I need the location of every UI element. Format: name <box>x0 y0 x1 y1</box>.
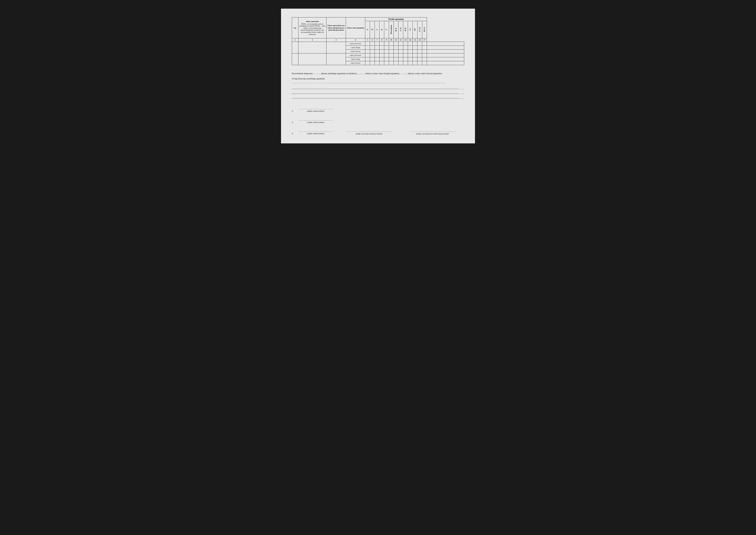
num-12: 12 <box>398 39 403 42</box>
zakres-uprawnien-cell-2 <box>327 53 346 65</box>
uwagi-label: Uwagi dotyczące przebiegu egzaminu <box>292 77 325 80</box>
dotted-line-1: …………………………………………………………………………………………………………… <box>292 86 464 89</box>
sig-number-3: 3. <box>292 132 296 134</box>
wynik-label: Wynik egzaminu <box>388 18 404 20</box>
czesc-trzecia-2: część trzecia <box>346 61 365 65</box>
bottom-signatures: …………………………………………………. (podpis i pieczątka… <box>337 130 464 135</box>
zakres-uprawnien-cell-1 <box>327 42 346 53</box>
col-C: C <box>375 21 380 39</box>
num-9: 9 <box>384 39 389 42</box>
sig-label-1: (podpis członka komisji) <box>307 110 324 112</box>
sekretarz-sig-dots: …………………………………………………. <box>346 130 392 132</box>
signature-2-row: 2. …………………………………….. (podpis członka komi… <box>292 119 464 123</box>
zakres-uprawnien-text: Zakres uprawnień oraz zakres kategorii p… <box>328 25 345 31</box>
czesc-pierwsza-1: część pierwsza <box>346 42 365 45</box>
pesel-header: Imię i nazwisko PESEL, a w przypadku osó… <box>298 17 327 39</box>
lp-cell-1 <box>292 42 298 53</box>
sekretarz-sig-label: (podpis i pieczątka sekretarza komisji) <box>356 133 382 135</box>
uwagi-line: Uwagi dotyczące przebiegu egzaminu ……………… <box>292 77 464 85</box>
num-1: 1 <box>292 39 298 42</box>
zakres-czesci-header: Zakres części egzaminu <box>346 17 365 39</box>
footer-section: Do protokołu dołączono ………. arkuszy prze… <box>292 71 464 99</box>
col-CE: C+E <box>398 21 403 39</box>
num-8: 8 <box>380 39 384 42</box>
signature-3-group: 3. …………………………………….. (podpis członka komi… <box>292 130 464 135</box>
czesc-pierwsza-2: część pierwsza <box>346 53 365 57</box>
signature-1-row: 1. …………………………………….. (podpis członka komi… <box>292 107 464 112</box>
signatures-section: 1. …………………………………….. (podpis członka komi… <box>292 107 464 135</box>
imie-label: Imię i nazwisko <box>299 20 326 23</box>
num-13: 13 <box>403 39 408 42</box>
col-T: T <box>384 21 389 39</box>
dotted-line-2: …………………………………………………………………………………………………………… <box>292 91 464 94</box>
sig-block-2: …………………………………….. (podpis członka komisji… <box>298 119 333 123</box>
wynik-header: Wynik egzaminu <box>365 17 427 21</box>
col-C1E: C1+E <box>418 21 422 39</box>
num-5: 5 <box>365 39 370 42</box>
sig-block-3: …………………………………….. (podpis członka komisji… <box>298 130 333 134</box>
num-4: 4 <box>346 39 365 42</box>
sig-number-2: 2. <box>292 121 296 123</box>
signature-3-row: 3. …………………………………….. (podpis członka komi… <box>292 130 333 134</box>
czesc-druga-1: część druga <box>346 45 365 49</box>
protokol-text: Do protokołu dołączono ………. arkuszy prze… <box>292 71 464 75</box>
przewodniczacy-sig-label: (podpis i pieczątka przewodniczącego kom… <box>416 133 449 135</box>
sig-dots-2: …………………………………….. <box>298 119 333 121</box>
num-10: 10 <box>389 39 394 42</box>
sig-label-3: (podpis członka komisji) <box>307 133 324 134</box>
num-15: 15 <box>413 39 418 42</box>
main-table: Imię i nazwisko Lp. Imię i nazwisko PESE… <box>292 17 464 65</box>
imie-cell-2 <box>298 53 327 65</box>
table-row: część pierwsza <box>292 42 464 45</box>
dotted-line-3: …………………………………………………………………………………………………………… <box>292 96 464 99</box>
col-D1E: D1+E <box>422 21 427 39</box>
przewodniczacy-sig-dots: …………………………………………………. <box>410 130 456 132</box>
imie-cell-1 <box>298 42 327 53</box>
col-BE: B+E <box>394 21 398 39</box>
lp-header: Imię i nazwisko Lp. <box>292 17 298 39</box>
pesel-label: PESEL, a w przypadku osób nie posiadając… <box>299 23 326 36</box>
przewodniczacy-sig-block: …………………………………………………. (podpis i pieczątka… <box>410 130 456 135</box>
num-17: 17 <box>422 39 427 42</box>
zakres-uprawnien-header: Zakres uprawnień oraz zakres kategorii p… <box>327 17 346 39</box>
col-D: D <box>380 21 384 39</box>
num-3: 3 <box>327 39 346 42</box>
sig-block-1: …………………………………….. (podpis członka komisji… <box>298 107 333 112</box>
col-D1: D1 <box>413 21 418 39</box>
col-pozwolenie: Pozwolenie <box>389 21 394 39</box>
czesc-druga-2: część druga <box>346 57 365 61</box>
zakres-czesci-text: Zakres części egzaminu <box>347 27 364 29</box>
lp-cell-2 <box>292 53 298 65</box>
col-C1: C1 <box>408 21 413 39</box>
col-A: A <box>365 21 370 39</box>
num-14: 14 <box>408 39 413 42</box>
czesc-trzecia-1: część trzecia <box>346 49 365 53</box>
uwagi-dots-inline: …………………………………………………………………………………………………………… <box>292 81 446 84</box>
col-B: B <box>370 21 375 39</box>
sig-dots-1: …………………………………….. <box>298 107 333 110</box>
sekretarz-sig-block: …………………………………………………. (podpis i pieczątka… <box>346 130 392 135</box>
num-2: 2 <box>298 39 327 42</box>
num-6: 6 <box>370 39 375 42</box>
page: Imię i nazwisko Lp. Imię i nazwisko PESE… <box>281 9 475 143</box>
col-DE: D+E <box>403 21 408 39</box>
sig-dots-3: …………………………………….. <box>298 130 333 132</box>
num-7: 7 <box>375 39 380 42</box>
sig-label-2: (podpis członka komisji) <box>307 122 324 123</box>
num-11: 11 <box>394 39 398 42</box>
num-16: 16 <box>418 39 422 42</box>
table-row: część pierwsza <box>292 53 464 57</box>
sig-number-1: 1. <box>292 110 296 112</box>
